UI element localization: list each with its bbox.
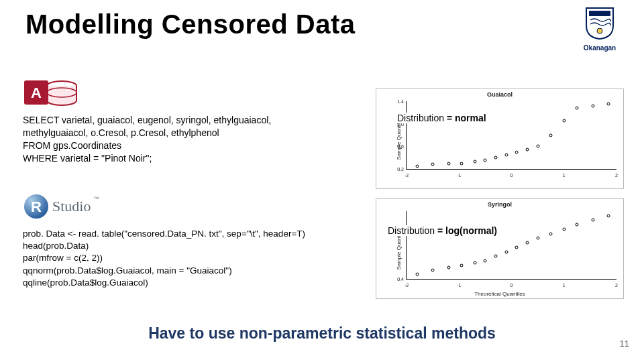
svg-text:A: A: [31, 84, 42, 101]
data-point: [515, 245, 519, 249]
slide: { "title": "Modelling Censored Data", "l…: [0, 0, 644, 362]
page-title: Modelling Censored Data: [25, 9, 356, 40]
x-tick: 0: [511, 173, 513, 178]
data-point: [484, 159, 487, 162]
data-point: [415, 164, 419, 168]
distribution-label-normal: Distribution = normal: [397, 113, 504, 123]
data-point: [473, 261, 476, 265]
data-point: [562, 119, 566, 123]
data-point: [447, 266, 450, 269]
r-code-block: prob. Data <- read. table("censored.Data…: [23, 228, 345, 289]
data-point: [562, 227, 566, 231]
sql-code-block: SELECT varietal, guaiacol, eugenol, syri…: [23, 114, 318, 165]
svg-point-1: [597, 28, 602, 34]
data-point: [515, 150, 519, 154]
chart-xlabel: Theoretical Quantiles: [376, 291, 623, 297]
conclusion-text: Have to use non-parametric statistical m…: [0, 324, 644, 343]
svg-rect-0: [589, 11, 610, 16]
x-tick: 0: [511, 283, 513, 288]
r-line: qqnorm(prob.Data$log.Guaiacol, main = "G…: [23, 265, 345, 277]
data-point: [460, 263, 464, 267]
data-point: [576, 223, 579, 227]
rstudio-ball-icon: R: [23, 193, 50, 220]
data-point: [447, 162, 450, 165]
rstudio-logo: R Studio ™: [23, 193, 117, 220]
data-point: [591, 104, 594, 107]
data-point: [431, 268, 435, 272]
x-tick: 2: [615, 283, 618, 288]
data-point: [576, 107, 579, 110]
data-point: [484, 259, 487, 263]
rstudio-label: Studio: [52, 198, 91, 215]
ubc-label: Okanagan: [570, 44, 629, 52]
x-tick: -2: [405, 173, 409, 178]
data-point: [525, 147, 529, 151]
data-point: [549, 232, 553, 235]
data-point: [525, 241, 529, 245]
qq-plot-guaiacol: Guaiacol Sample Quantiles 0.20.61.01.4-2…: [376, 88, 624, 189]
x-tick: -1: [457, 173, 461, 178]
chart-title: Syringol: [376, 201, 623, 208]
r-line: prob. Data <- read. table("censored.Data…: [23, 228, 345, 240]
distribution-label-lognormal: Distribution = log(normal): [388, 225, 515, 236]
data-point: [504, 153, 508, 156]
data-point: [591, 219, 594, 222]
y-tick: 0.6: [393, 144, 404, 149]
page-number: 11: [620, 339, 629, 349]
qq-plot-syringol: Syringol Sample Quantiles Theoretical Qu…: [376, 198, 624, 299]
sql-line: methylguaiacol, o.Cresol, p.Cresol, ethy…: [23, 127, 318, 139]
y-tick: 0.2: [393, 167, 404, 172]
y-tick: 1.4: [393, 99, 404, 104]
data-point: [536, 237, 539, 240]
r-line: par(mfrow = c(2, 2)): [23, 252, 345, 264]
ms-access-icon: A: [23, 76, 80, 109]
r-line: head(prob.Data): [23, 240, 345, 252]
data-point: [460, 162, 464, 165]
data-point: [549, 133, 553, 137]
data-point: [473, 160, 476, 164]
x-tick: -1: [457, 283, 461, 288]
data-point: [607, 214, 610, 217]
sql-line: SELECT varietal, guaiacol, eugenol, syri…: [23, 114, 318, 127]
data-point: [415, 273, 419, 276]
x-tick: 1: [563, 173, 566, 178]
data-point: [494, 156, 498, 160]
ubc-crest-icon: [585, 7, 614, 40]
data-point: [536, 145, 539, 148]
x-tick: 2: [615, 173, 618, 178]
data-point: [504, 250, 508, 253]
x-tick: 1: [563, 283, 566, 288]
svg-text:R: R: [31, 198, 42, 215]
sql-line: WHERE varietal = "Pinot Noir";: [23, 152, 318, 165]
y-tick: 0.4: [393, 277, 404, 282]
ubc-logo: Okanagan: [570, 7, 629, 52]
data-point: [607, 103, 610, 106]
r-line: qqline(prob.Data$log.Guaiacol): [23, 277, 345, 289]
sql-line: FROM gps.Coordinates: [23, 139, 318, 152]
data-point: [431, 163, 435, 166]
chart-title: Guaiacol: [376, 91, 623, 98]
x-tick: -2: [405, 283, 409, 288]
data-point: [494, 255, 498, 258]
